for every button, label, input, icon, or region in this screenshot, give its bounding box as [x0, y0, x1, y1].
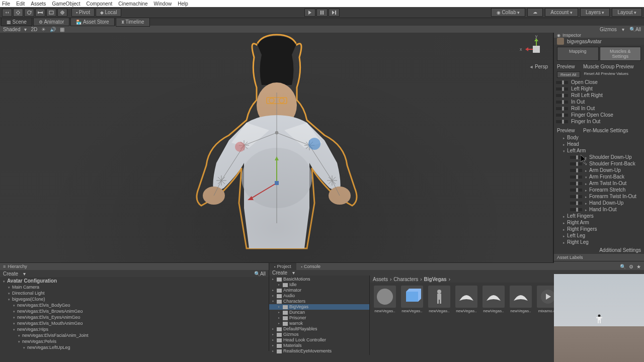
folder-idle[interactable]: Idle [269, 282, 369, 288]
folder-materials[interactable]: Materials [269, 343, 369, 348]
folder-audio[interactable]: Audio [269, 293, 369, 299]
muscle-arm_fb[interactable]: Arm Front-Back [554, 173, 644, 180]
asset-5[interactable]: newVegas.. [509, 286, 533, 313]
folder-basicmotions[interactable]: BasicMotions [269, 277, 369, 282]
muscle-left_leg[interactable]: Left Leg [554, 232, 644, 239]
hierarchy-item-3[interactable]: bigvegas(Clone) [0, 296, 269, 302]
pause-button[interactable] [316, 9, 328, 17]
tab-project[interactable]: Project [269, 263, 296, 270]
hierarchy-item-4[interactable]: newVegas:Elvis_BodyGeo [0, 302, 269, 308]
muscle-forearm_stretch[interactable]: Forearm Stretch [554, 187, 644, 193]
menu-gameobject[interactable]: GameObject [52, 1, 80, 7]
step-button[interactable] [329, 9, 340, 17]
muscle-head[interactable]: Head [554, 141, 644, 147]
orientation-gizmo[interactable]: y x [524, 37, 549, 62]
hierarchy-search[interactable]: All [260, 271, 266, 277]
breadcrumb-bigvegas[interactable]: BigVegas [424, 277, 447, 282]
project-create[interactable]: Create [272, 270, 287, 276]
asset-0[interactable]: newVegas.. [373, 286, 397, 313]
folder-defaultplayables[interactable]: DefaultPlayables [269, 326, 369, 332]
muscle-group-5[interactable]: Finger Open Close [554, 112, 644, 118]
asset-2[interactable]: newVegas.. [427, 286, 451, 313]
asset-3[interactable]: newVegas.. [454, 286, 478, 313]
muscle-group-3[interactable]: In Out [554, 99, 644, 105]
muscle-left_arm[interactable]: Left Arm [554, 147, 644, 154]
hierarchy-item-7[interactable]: newVegas:Elvis_MouthAnimGeo [0, 320, 269, 326]
tab-scene[interactable]: ▦ Scene [1, 18, 32, 26]
hierarchy-item-2[interactable]: Directional Light [0, 290, 269, 296]
local-toggle[interactable]: ◆ Local [96, 8, 121, 17]
lighting-icon[interactable]: ☀ [41, 27, 46, 32]
menu-edit[interactable]: Edit [16, 1, 25, 7]
tab-timeline[interactable]: ⧗ Timeline [116, 18, 150, 27]
transform-tool[interactable] [57, 9, 67, 17]
breadcrumb-characters[interactable]: Characters [393, 277, 418, 282]
muscle-group-6[interactable]: Finger In Out [554, 118, 644, 125]
menu-component[interactable]: Component [87, 1, 113, 7]
muscle-left_fingers[interactable]: Left Fingers [554, 213, 644, 219]
tab-animator[interactable]: ⚙ Animator [33, 18, 70, 26]
audio-icon[interactable]: 🔊 [50, 27, 56, 32]
hierarchy-item-10[interactable]: newVegas:Pelvis [0, 338, 269, 344]
inspector-header[interactable]: Inspector [554, 33, 644, 38]
hierarchy-item-11[interactable]: newVegas:LeftUpLeg [0, 344, 269, 350]
layout-dropdown[interactable]: Layout ▾ [612, 8, 642, 17]
pivot-toggle[interactable]: ▪ Pivot [71, 8, 95, 17]
project-filter-icon[interactable]: ⚙ [629, 264, 633, 269]
layers-dropdown[interactable]: Layers ▾ [580, 8, 610, 17]
account-dropdown[interactable]: Account ▾ [545, 8, 578, 17]
muscle-arm_twist[interactable]: Arm Twist In-Out [554, 180, 644, 187]
asset-labels-header[interactable]: Asset Labels [554, 254, 644, 261]
hand-tool[interactable] [2, 9, 12, 17]
muscle-arm_du[interactable]: Arm Down-Up [554, 167, 644, 173]
hierarchy-item-0[interactable]: Avatar Configuration [0, 278, 269, 284]
folder-bigvegas[interactable]: BigVegas [269, 304, 369, 310]
project-search-icon[interactable]: 🔍 [620, 264, 626, 269]
hierarchy-create[interactable]: Create [3, 271, 18, 277]
breadcrumb-assets[interactable]: Assets [373, 277, 388, 282]
menu-cinemachine[interactable]: Cinemachine [118, 1, 147, 7]
asset-4[interactable]: newVegas.. [481, 286, 506, 313]
mode-2d-toggle[interactable]: 2D [31, 27, 37, 32]
scene-viewport[interactable]: y x ◄ Persp [0, 33, 553, 262]
hierarchy-item-1[interactable]: Main Camera [0, 284, 269, 290]
menu-window[interactable]: Window [154, 1, 172, 7]
hierarchy-item-6[interactable]: newVegas:Elvis_EyesAnimGeo [0, 314, 269, 320]
muscle-shoulder_fb[interactable]: Shoulder Front-Back [554, 160, 644, 167]
muscle-shoulder_du[interactable]: Shoulder Down-Up [554, 154, 644, 160]
muscle-group-4[interactable]: Roll In Out [554, 105, 644, 112]
project-star-icon[interactable]: ★ [636, 264, 641, 269]
muscle-group-0[interactable]: Open Close [554, 79, 644, 85]
hierarchy-item-12[interactable]: newVegas:LeftLeg [0, 350, 269, 351]
menu-help[interactable]: Help [178, 1, 188, 7]
hierarchy-item-8[interactable]: newVegas:Hips [0, 326, 269, 332]
tab-muscles[interactable]: Muscles & Settings [600, 47, 641, 61]
folder-realisticeyemovements[interactable]: RealisticEyeMovements [269, 348, 369, 354]
folder-characters[interactable]: Characters [269, 299, 369, 304]
folder-gizmos[interactable]: Gizmos [269, 332, 369, 337]
folder-prisoner[interactable]: Prisoner [269, 315, 369, 321]
muscle-right_leg[interactable]: Right Leg [554, 239, 644, 245]
folder-animator[interactable]: Animator [269, 288, 369, 293]
shaded-dropdown[interactable]: Shaded [3, 27, 20, 32]
rect-tool[interactable] [46, 9, 56, 17]
muscle-body[interactable]: Body [554, 134, 644, 141]
scale-tool[interactable] [35, 9, 45, 17]
collab-dropdown[interactable]: ◉ Collab ▾ [491, 8, 525, 17]
folder-head look controller[interactable]: Head Look Controller [269, 337, 369, 343]
cloud-button[interactable]: ☁ [527, 8, 543, 17]
muscle-hand_io[interactable]: Hand In-Out [554, 206, 644, 213]
menu-file[interactable]: File [2, 1, 10, 7]
reset-all-button[interactable]: Reset All [557, 71, 580, 78]
persp-label[interactable]: ◄ Persp [529, 64, 548, 69]
hierarchy-header[interactable]: Hierarchy [0, 263, 269, 270]
fx-icon[interactable]: ▦ [60, 27, 64, 32]
hierarchy-item-5[interactable]: newVegas:Elvis_BrowsAnimGeo [0, 308, 269, 314]
tab-asset-store[interactable]: 🏪 Asset Store [70, 18, 114, 26]
muscle-hand_du[interactable]: Hand Down-Up [554, 200, 644, 206]
muscle-forearm_twist[interactable]: Forearm Twist In-Out [554, 193, 644, 200]
additional-settings[interactable]: Additional Settings [599, 247, 641, 253]
muscle-right_fingers[interactable]: Right Fingers [554, 226, 644, 232]
hierarchy-item-9[interactable]: newVegas:ElvisFacialAnim_Joint [0, 332, 269, 338]
play-button[interactable] [304, 9, 315, 17]
